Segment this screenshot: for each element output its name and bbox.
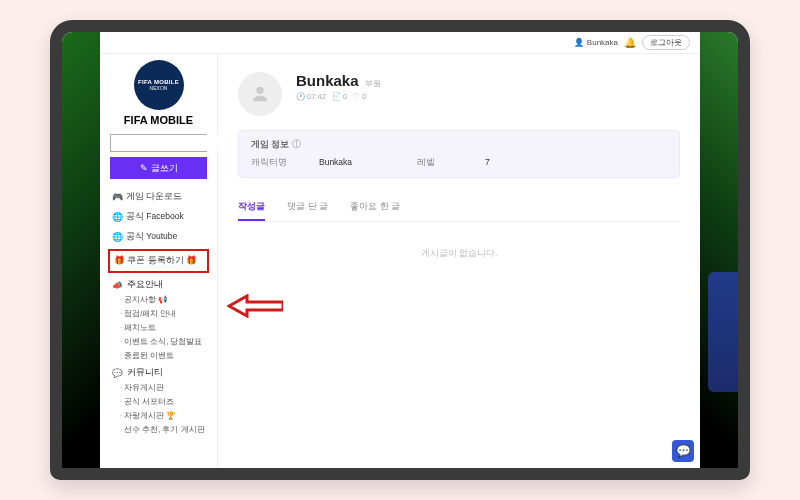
info-icon[interactable]: ⓘ (292, 139, 301, 149)
annotation-arrow (227, 294, 283, 318)
app-logo[interactable]: FIFA MOBILE NEXON (134, 60, 184, 110)
section-community: 💬커뮤니티 (110, 363, 207, 381)
profile-header: Bunkaka 부원 🕐 07:42 📄 0 ♡ 0 (238, 72, 680, 116)
globe-icon: 🌐 (112, 232, 122, 242)
char-value: Bunkaka (319, 157, 389, 169)
megaphone-icon: 📣 (112, 280, 123, 290)
community-item[interactable]: 자유게시판 (110, 381, 207, 395)
wallpaper-left (62, 32, 100, 468)
sidebar: FIFA MOBILE NEXON FIFA MOBILE 🔍 ✎ 글쓰기 🎮게… (100, 54, 218, 468)
section-notice: 📣주요안내 (110, 275, 207, 293)
search-box[interactable]: 🔍 (110, 134, 207, 152)
notice-item[interactable]: 패치노트 (110, 321, 207, 335)
char-label: 캐릭터명 (251, 157, 291, 169)
community-item[interactable]: 공식 서포터즈 (110, 395, 207, 409)
clock-icon: 🕐 07:42 (296, 92, 326, 101)
wallpaper-right (700, 32, 738, 468)
globe-icon: 🌐 (112, 212, 122, 222)
community-item[interactable]: 선수 추천, 후기 게시판 (110, 423, 207, 437)
search-input[interactable] (111, 135, 222, 151)
notice-item[interactable]: 이벤트 소식, 당첨발표 (110, 335, 207, 349)
gamepad-icon: 🎮 (112, 192, 122, 202)
notice-item[interactable]: 점검/패치 안내 (110, 307, 207, 321)
main-content: Bunkaka 부원 🕐 07:42 📄 0 ♡ 0 게임 정보 ⓘ 캐릭터명 … (218, 54, 700, 468)
header-username: Bunkaka (587, 38, 618, 47)
laptop-frame: 👤 Bunkaka 🔔 로그아웃 FIFA MOBILE NEXON FIFA … (50, 20, 750, 480)
notice-item[interactable]: 종료된 이벤트 (110, 349, 207, 363)
tab-posts[interactable]: 작성글 (238, 194, 265, 221)
nav-download[interactable]: 🎮게임 다운로드 (110, 187, 207, 207)
community-item[interactable]: 자랑게시판 🏆 (110, 409, 207, 423)
logout-button[interactable]: 로그아웃 (642, 35, 690, 50)
write-post-button[interactable]: ✎ 글쓰기 (110, 157, 207, 179)
tab-liked[interactable]: 좋아요 한 글 (350, 194, 400, 221)
tab-comments[interactable]: 댓글 단 글 (287, 194, 328, 221)
post-tabs: 작성글 댓글 단 글 좋아요 한 글 (238, 194, 680, 222)
nav-facebook[interactable]: 🌐공식 Facebook (110, 207, 207, 227)
chat-widget-button[interactable]: 💬 (672, 440, 694, 462)
app-title: FIFA MOBILE (124, 114, 193, 126)
pencil-icon: ✎ (140, 163, 148, 173)
game-info-card: 게임 정보 ⓘ 캐릭터명 Bunkaka 레벨 7 (238, 130, 680, 178)
top-header: 👤 Bunkaka 🔔 로그아웃 (100, 32, 700, 54)
nav-youtube[interactable]: 🌐공식 Youtube (110, 227, 207, 247)
avatar (238, 72, 282, 116)
level-label: 레벨 (417, 157, 457, 169)
nav-coupon-highlighted[interactable]: 🎁 쿠폰 등록하기 🎁 (108, 249, 209, 273)
header-user[interactable]: 👤 Bunkaka (574, 38, 618, 47)
level-value: 7 (485, 157, 555, 169)
chat-icon: 💬 (112, 368, 123, 378)
posts-count: 📄 0 (332, 92, 347, 101)
empty-message: 게시글이 없습니다. (238, 248, 680, 260)
svg-point-0 (256, 87, 263, 94)
sidebar-nav: 🎮게임 다운로드 🌐공식 Facebook 🌐공식 Youtube 🎁 쿠폰 등… (110, 187, 207, 437)
screen: 👤 Bunkaka 🔔 로그아웃 FIFA MOBILE NEXON FIFA … (62, 32, 738, 468)
bell-icon[interactable]: 🔔 (624, 37, 636, 48)
notice-item[interactable]: 공지사항 📢 (110, 293, 207, 307)
user-icon: 👤 (574, 38, 584, 47)
likes-count: ♡ 0 (353, 92, 366, 101)
profile-rank: 부원 (365, 79, 381, 88)
profile-name: Bunkaka (296, 72, 359, 89)
